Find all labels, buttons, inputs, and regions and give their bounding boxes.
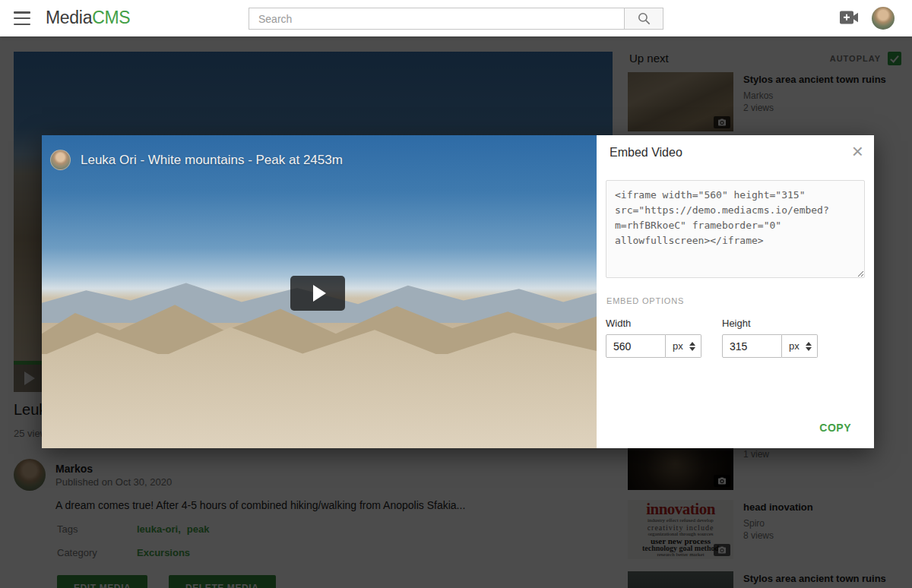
height-label: Height <box>722 318 818 329</box>
copy-button[interactable]: COPY <box>819 422 851 434</box>
search-bar <box>249 8 663 30</box>
width-unit-value: px <box>673 340 683 352</box>
height-unit-value: px <box>789 340 800 352</box>
play-button[interactable] <box>290 276 345 311</box>
brand-logo[interactable]: MediaCMS <box>46 8 130 28</box>
video-upload-icon <box>839 10 859 25</box>
height-unit-select[interactable]: px <box>782 334 818 358</box>
search-icon <box>637 11 651 26</box>
user-avatar[interactable] <box>872 7 895 30</box>
preview-video-title: Leuka Ori - White mountains - Peak at 24… <box>81 153 343 168</box>
embed-popup: Leuka Ori - White mountains - Peak at 24… <box>42 135 874 448</box>
width-unit-select[interactable]: px <box>666 334 701 358</box>
embed-dialog: Embed Video × <iframe width="560" height… <box>597 135 874 448</box>
top-header: MediaCMS <box>0 0 912 36</box>
height-input[interactable] <box>722 334 782 358</box>
width-input[interactable] <box>606 334 666 358</box>
stepper-arrows-icon <box>689 342 695 351</box>
play-icon <box>313 285 326 302</box>
dialog-title: Embed Video <box>610 146 682 160</box>
menu-icon[interactable] <box>14 11 30 25</box>
close-icon[interactable]: × <box>852 141 863 162</box>
width-field-group: Width px <box>606 318 701 358</box>
upload-media-button[interactable] <box>839 10 860 27</box>
stepper-arrows-icon <box>806 342 812 351</box>
height-field-group: Height px <box>722 318 818 358</box>
mediacms-page: Leuka Ori - White mountains - Peak at 24… <box>0 0 912 588</box>
brand-media: Media <box>46 8 92 27</box>
search-button[interactable] <box>624 8 663 30</box>
embed-code-textarea[interactable]: <iframe width="560" height="315" src="ht… <box>606 180 865 278</box>
video-preview[interactable]: Leuka Ori - White mountains - Peak at 24… <box>42 135 597 448</box>
embed-options-label: EMBED OPTIONS <box>606 296 684 305</box>
width-label: Width <box>606 318 701 329</box>
preview-title-row: Leuka Ori - White mountains - Peak at 24… <box>50 150 343 170</box>
brand-cms: CMS <box>92 8 130 27</box>
search-input[interactable] <box>249 8 625 30</box>
uploader-avatar[interactable] <box>50 150 71 170</box>
